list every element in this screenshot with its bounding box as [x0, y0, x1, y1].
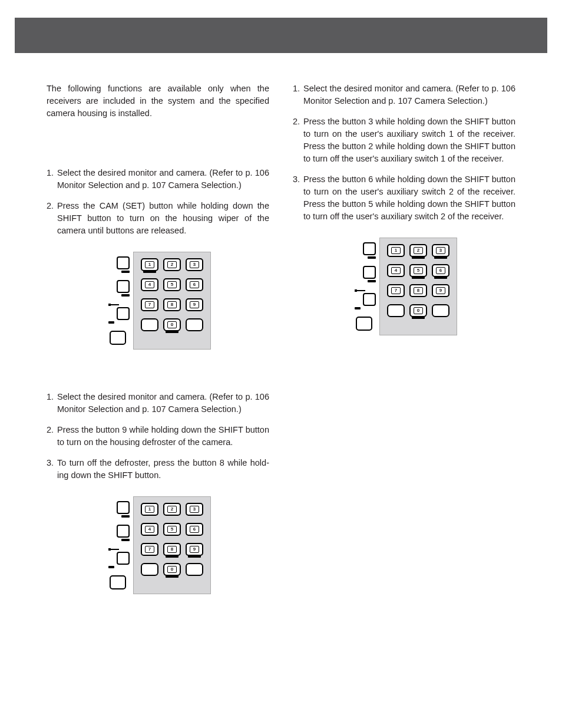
side-button-label-icon — [121, 539, 130, 541]
keypad-button-1: 1 — [141, 258, 158, 271]
wiper-steps: 1.Select the desired monitor and camera.… — [47, 167, 269, 237]
keypad-button-9: 9 — [186, 543, 203, 556]
keypad-button-7: 7 — [141, 543, 158, 556]
keypad-button-4: 4 — [141, 278, 158, 291]
keypad-button-7: 7 — [387, 284, 405, 297]
side-button-label-icon — [368, 280, 376, 282]
keypad-button-4: 4 — [387, 264, 405, 277]
header-bar — [15, 18, 547, 53]
side-button-label-icon — [121, 271, 130, 273]
side-button-icon — [110, 331, 126, 345]
keypad-diagram-wiper: 1234567890 — [47, 252, 269, 350]
side-button-icon — [356, 317, 372, 331]
list-item: 1.Select the desired monitor and camera.… — [293, 83, 515, 107]
list-item: 3.To turn off the defroster, press the b… — [47, 457, 269, 482]
list-item: 1.Select the desired monitor and camera.… — [47, 167, 269, 192]
keypad-blank-button — [141, 318, 158, 331]
keypad-blank-button — [387, 304, 405, 317]
keypad-button-5: 5 — [409, 264, 427, 277]
list-item: 2.Press the CAM (SET) button while holdi… — [47, 200, 269, 237]
side-button-icon — [117, 552, 130, 565]
aux-steps: 1.Select the desired monitor and camera.… — [293, 83, 515, 223]
keypad-button-2: 2 — [409, 244, 427, 257]
keypad-button-9: 9 — [432, 284, 449, 297]
keypad-blank-button — [186, 563, 203, 576]
side-button-icon — [363, 293, 376, 306]
side-button-icon — [117, 280, 130, 293]
keypad-button-6: 6 — [186, 523, 203, 536]
keypad-button-3: 3 — [432, 244, 449, 257]
side-button-label-icon — [108, 566, 114, 568]
list-item: 2.Press the button 3 while holding down … — [293, 116, 515, 165]
side-button-label-icon — [355, 307, 361, 309]
keypad-button-9: 9 — [186, 298, 203, 311]
side-button-icon — [117, 525, 130, 538]
side-button-icon — [363, 266, 376, 279]
defroster-steps: 1.Select the desired monitor and camera.… — [47, 391, 269, 482]
side-button-icon — [117, 501, 130, 514]
keypad-button-6: 6 — [432, 264, 449, 277]
side-button-icon — [110, 575, 126, 589]
list-item: 3.Press the button 6 while holding down … — [293, 173, 515, 223]
keypad-button-0: 0 — [163, 318, 181, 331]
side-button-label-icon — [368, 256, 376, 259]
keypad-button-0: 0 — [163, 563, 181, 576]
keypad-button-3: 3 — [186, 258, 203, 271]
keypad-button-1: 1 — [387, 244, 405, 257]
keypad-button-2: 2 — [163, 258, 181, 271]
side-button-label-icon — [121, 294, 130, 297]
keypad-button-1: 1 — [141, 503, 158, 516]
keypad-blank-button — [141, 563, 158, 576]
side-button-label-icon — [108, 321, 114, 324]
intro-text: The following functions are available on… — [47, 83, 269, 120]
side-button-icon — [363, 242, 376, 255]
keypad-button-4: 4 — [141, 523, 158, 536]
keypad-button-8: 8 — [163, 298, 181, 311]
list-item: 2.Press the button 9 while holding down … — [47, 424, 269, 449]
keypad-diagram-defroster: 1234567890 — [47, 496, 269, 594]
side-button-icon — [117, 307, 130, 320]
keypad-blank-button — [186, 318, 203, 331]
right-column: 1.Select the desired monitor and camera.… — [293, 83, 515, 612]
page-content: The following functions are available on… — [47, 83, 515, 612]
keypad-diagram-aux: 1234567890 — [293, 238, 515, 335]
keypad-button-2: 2 — [163, 503, 181, 516]
keypad-button-8: 8 — [163, 543, 181, 556]
keypad-button-7: 7 — [141, 298, 158, 311]
keypad-button-5: 5 — [163, 278, 181, 291]
keypad-button-5: 5 — [163, 523, 181, 536]
keypad-button-8: 8 — [409, 284, 427, 297]
keypad-blank-button — [432, 304, 449, 317]
keypad-button-6: 6 — [186, 278, 203, 291]
side-button-label-icon — [121, 515, 130, 518]
left-column: The following functions are available on… — [47, 83, 269, 612]
keypad-button-3: 3 — [186, 503, 203, 516]
side-button-icon — [117, 256, 130, 269]
list-item: 1.Select the desired monitor and camera.… — [47, 391, 269, 416]
keypad-button-0: 0 — [409, 304, 427, 317]
